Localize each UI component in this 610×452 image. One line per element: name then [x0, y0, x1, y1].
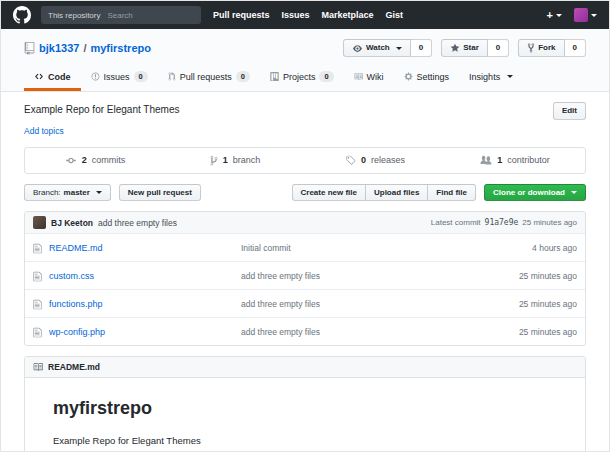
repo-summary-bar: 2commits 1branch 0releases 1contributor: [24, 147, 586, 174]
readme-section: README.md myfirstrepo Example Repo for E…: [24, 356, 586, 452]
file-commit-message-link[interactable]: add three empty files: [241, 299, 519, 309]
code-icon: [34, 72, 44, 81]
branch-selector-button[interactable]: Branch: master: [24, 184, 111, 202]
new-pull-request-button[interactable]: New pull request: [119, 184, 201, 202]
top-bar-right: +: [547, 8, 597, 22]
readme-content: myfirstrepo Example Repo for Elegant The…: [25, 378, 585, 452]
readme-title: myfirstrepo: [53, 398, 557, 419]
edit-description-button[interactable]: Edit: [553, 102, 586, 120]
create-new-file-button[interactable]: Create new file: [292, 184, 366, 202]
commit-icon: [65, 155, 77, 166]
chevron-down-icon: [556, 14, 562, 17]
repo-description: Example Repo for Elegant Themes: [24, 102, 179, 115]
repo-title: bjk1337 / myfirstrepo: [24, 42, 151, 55]
star-count[interactable]: 0: [488, 39, 509, 57]
fork-count[interactable]: 0: [565, 39, 586, 57]
chevron-down-icon: [591, 14, 597, 17]
file-commit-time: 25 minutes ago: [519, 327, 577, 337]
top-navigation-bar: This repository Search Pull requests Iss…: [1, 1, 609, 29]
clone-or-download-button[interactable]: Clone or download: [484, 184, 586, 202]
person-icon: [480, 155, 492, 166]
repo-owner-link[interactable]: bjk1337: [39, 42, 79, 54]
watch-button[interactable]: Watch: [343, 39, 411, 57]
github-logo-icon[interactable]: [13, 6, 31, 24]
tab-projects[interactable]: Projects 0: [260, 66, 344, 91]
fork-icon: [527, 43, 535, 53]
fork-button[interactable]: Fork: [518, 39, 564, 57]
add-topics-link[interactable]: Add topics: [24, 126, 64, 136]
tag-icon: [345, 155, 356, 166]
avatar: [574, 8, 588, 22]
readme-header: README.md: [25, 357, 585, 378]
eye-icon: [352, 44, 363, 53]
file-link[interactable]: wp-config.php: [49, 327, 241, 337]
project-icon: [270, 72, 279, 81]
file-navigation-bar: Branch: master New pull request Create n…: [24, 184, 586, 202]
nav-issues[interactable]: Issues: [282, 10, 310, 20]
commit-author-avatar[interactable]: [33, 216, 46, 229]
tab-wiki[interactable]: Wiki: [344, 66, 394, 91]
chevron-down-icon: [96, 191, 102, 194]
repo-tabs: Code Issues 0 Pull requests 0 Projects 0: [24, 66, 586, 91]
search-input[interactable]: This repository Search: [41, 6, 201, 24]
file-commit-time: 4 hours ago: [532, 243, 577, 253]
plus-icon: +: [547, 9, 553, 21]
nav-marketplace[interactable]: Marketplace: [322, 10, 374, 20]
table-row: custom.css add three empty files 25 minu…: [25, 261, 585, 289]
file-commit-message-link[interactable]: Initial commit: [241, 243, 532, 253]
commit-time: 25 minutes ago: [522, 218, 577, 227]
file-icon: [33, 243, 42, 254]
star-button[interactable]: Star: [441, 39, 488, 57]
commits-summary-link[interactable]: 2commits: [25, 148, 165, 173]
file-link[interactable]: custom.css: [49, 271, 241, 281]
pulls-count-badge: 0: [236, 71, 250, 82]
tab-pull-requests[interactable]: Pull requests 0: [158, 66, 260, 91]
latest-commit-label: Latest commit: [431, 218, 481, 227]
commit-sha-link[interactable]: 91a7e9e: [485, 218, 519, 227]
latest-commit-bar: BJ Keeton add three empty files Latest c…: [25, 212, 585, 233]
file-commit-message-link[interactable]: add three empty files: [241, 327, 519, 337]
watch-count[interactable]: 0: [411, 39, 432, 57]
repo-main-content: Example Repo for Elegant Themes Edit Add…: [24, 92, 586, 452]
upload-files-button[interactable]: Upload files: [365, 184, 428, 202]
nav-gist[interactable]: Gist: [386, 10, 404, 20]
file-link[interactable]: functions.php: [49, 299, 241, 309]
readme-filename: README.md: [48, 362, 100, 372]
tab-insights[interactable]: Insights: [459, 66, 523, 91]
repo-header: bjk1337 / myfirstrepo Watch 0: [1, 29, 609, 92]
issue-icon: [91, 72, 100, 81]
commit-message-link[interactable]: add three empty files: [98, 218, 177, 228]
chevron-down-icon: [571, 191, 577, 194]
create-new-menu[interactable]: +: [547, 9, 562, 21]
book-icon: [33, 362, 43, 372]
file-commit-time: 25 minutes ago: [519, 299, 577, 309]
find-file-button[interactable]: Find file: [427, 184, 476, 202]
github-repo-page: This repository Search Pull requests Iss…: [0, 0, 610, 452]
releases-summary-link[interactable]: 0releases: [305, 148, 445, 173]
branch-icon: [210, 155, 218, 166]
table-row: wp-config.php add three empty files 25 m…: [25, 317, 585, 345]
chevron-down-icon: [507, 75, 513, 78]
gear-icon: [404, 72, 413, 81]
file-commit-time: 25 minutes ago: [519, 271, 577, 281]
projects-count-badge: 0: [319, 71, 333, 82]
file-link[interactable]: README.md: [49, 243, 241, 253]
tab-issues[interactable]: Issues 0: [81, 66, 158, 91]
file-icon: [33, 299, 42, 310]
tab-settings[interactable]: Settings: [394, 66, 460, 91]
branches-summary-link[interactable]: 1branch: [165, 148, 305, 173]
table-row: functions.php add three empty files 25 m…: [25, 289, 585, 317]
tab-code[interactable]: Code: [24, 66, 81, 91]
commit-author-link[interactable]: BJ Keeton: [51, 218, 93, 228]
file-icon: [33, 271, 42, 282]
book-icon: [354, 72, 363, 81]
user-menu[interactable]: [574, 8, 597, 22]
file-icon: [33, 327, 42, 338]
contributors-summary-link[interactable]: 1contributor: [445, 148, 585, 173]
nav-pull-requests[interactable]: Pull requests: [213, 10, 270, 20]
issues-count-badge: 0: [134, 71, 148, 82]
file-commit-message-link[interactable]: add three empty files: [241, 271, 519, 281]
search-scope-label: This repository: [48, 11, 100, 20]
repo-name-link[interactable]: myfirstrepo: [90, 42, 151, 54]
file-browser: BJ Keeton add three empty files Latest c…: [24, 211, 586, 346]
